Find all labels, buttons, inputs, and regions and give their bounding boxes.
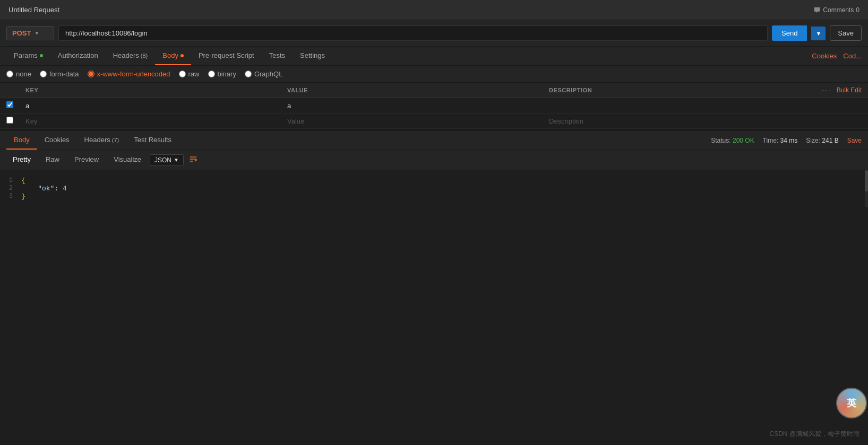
- url-input[interactable]: [58, 25, 768, 41]
- row-checkbox-cell[interactable]: [0, 101, 19, 110]
- table-row: a a: [0, 98, 868, 114]
- line-number-3: 3: [0, 193, 21, 200]
- row-checkbox[interactable]: [6, 101, 13, 108]
- user-avatar[interactable]: 英: [836, 388, 867, 418]
- empty-key[interactable]: Key: [19, 117, 281, 125]
- line-number-1: 1: [0, 177, 21, 185]
- json-format-selector[interactable]: JSON ▼: [150, 154, 184, 166]
- tab-body[interactable]: Body: [155, 47, 191, 65]
- response-status: Status: 200 OK Time: 34 ms Size: 241 B S…: [711, 137, 862, 144]
- table-header: KEY VALUE DESCRIPTION ··· Bulk Edit: [0, 83, 868, 98]
- svg-rect-0: [190, 156, 197, 158]
- request-tabs: Params Authorization Headers (8) Body Pr…: [0, 47, 868, 66]
- code-line-2: 2 "ok": 4: [0, 185, 868, 193]
- line-number-2: 2: [0, 185, 21, 193]
- method-chevron: ▼: [34, 30, 39, 36]
- empty-row: Key Value Description: [0, 114, 868, 129]
- body-dot: [181, 54, 184, 57]
- request-tabs-right: Cookies Cod...: [812, 52, 862, 60]
- send-button[interactable]: Send: [772, 25, 807, 41]
- svg-rect-2: [190, 161, 193, 162]
- time-label: Time: 34 ms: [763, 137, 798, 144]
- params-dot: [40, 54, 43, 57]
- resp-view-raw[interactable]: Raw: [39, 153, 66, 167]
- resp-view-preview[interactable]: Preview: [68, 153, 105, 167]
- code-link[interactable]: Cod...: [843, 52, 862, 60]
- resp-view-visualize[interactable]: Visualize: [107, 153, 148, 167]
- line-content-2: "ok": 4: [21, 185, 868, 193]
- radio-none[interactable]: none: [6, 70, 31, 78]
- code-line-1: 1 {: [0, 177, 868, 185]
- json-chevron: ▼: [174, 157, 179, 163]
- radio-binary[interactable]: binary: [208, 70, 236, 78]
- status-value: 200 OK: [733, 137, 754, 144]
- resp-tab-headers[interactable]: Headers (7): [77, 131, 127, 150]
- comments-count: 0: [856, 6, 860, 14]
- comments-button[interactable]: Comments 0: [813, 6, 860, 14]
- tab-params[interactable]: Params: [6, 47, 50, 65]
- wrap-icon: [189, 155, 197, 163]
- radio-graphql[interactable]: GraphQL: [245, 70, 282, 78]
- send-dropdown-button[interactable]: ▼: [811, 27, 826, 40]
- response-tabs-bar: Body Cookies Headers (7) Test Results St…: [0, 131, 868, 150]
- comments-label: Comments: [823, 6, 854, 14]
- code-line-3: 3 }: [0, 193, 868, 200]
- tab-headers[interactable]: Headers (8): [106, 47, 156, 65]
- watermark: CSDN @满城风絮，梅子黄时雨: [769, 430, 860, 439]
- request-tabs-left: Params Authorization Headers (8) Body Pr…: [6, 47, 332, 65]
- save-button[interactable]: Save: [830, 25, 862, 41]
- resp-tab-cookies[interactable]: Cookies: [37, 131, 77, 150]
- row-value[interactable]: a: [281, 102, 543, 110]
- value-header: VALUE: [281, 87, 543, 93]
- table-action-area: ··· Bulk Edit: [804, 86, 868, 94]
- method-label: POST: [12, 29, 31, 37]
- scrollbar-track: [865, 170, 868, 207]
- line-content-3: }: [21, 193, 868, 200]
- tab-tests[interactable]: Tests: [262, 47, 293, 65]
- radio-form-data[interactable]: form-data: [40, 70, 79, 78]
- tab-settings[interactable]: Settings: [293, 47, 332, 65]
- time-value: 34 ms: [780, 137, 798, 144]
- tab-authorization[interactable]: Authorization: [50, 47, 106, 65]
- radio-x-www-form-urlencoded[interactable]: x-www-form-urlencoded: [88, 70, 170, 78]
- size-label: Size: 241 B: [806, 137, 838, 144]
- resp-view-pretty[interactable]: Pretty: [6, 153, 37, 167]
- bulk-edit-button[interactable]: Bulk Edit: [837, 86, 862, 94]
- method-dropdown[interactable]: POST ▼: [6, 26, 54, 40]
- response-toolbar: Pretty Raw Preview Visualize JSON ▼: [0, 150, 868, 170]
- radio-raw[interactable]: raw: [179, 70, 200, 78]
- resp-tab-body[interactable]: Body: [6, 131, 37, 150]
- status-label: Status: 200 OK: [711, 137, 754, 144]
- avatar-text: 英: [847, 397, 856, 409]
- line-content-1: {: [21, 177, 868, 185]
- title-bar: Untitled Request Comments 0: [0, 0, 868, 20]
- key-header: KEY: [19, 87, 281, 93]
- wrap-icon-button[interactable]: [186, 154, 201, 167]
- empty-description[interactable]: Description: [543, 117, 804, 125]
- empty-value[interactable]: Value: [281, 117, 543, 125]
- response-tabs-left: Body Cookies Headers (7) Test Results: [6, 131, 179, 150]
- tab-prerequest[interactable]: Pre-request Script: [191, 47, 262, 65]
- title-bar-left: Untitled Request: [8, 6, 59, 14]
- size-value: 241 B: [822, 137, 838, 144]
- response-save-btn[interactable]: Save: [847, 137, 862, 144]
- title-bar-right: Comments 0: [813, 6, 860, 14]
- url-bar: POST ▼ Send ▼ Save: [0, 20, 868, 47]
- description-header: DESCRIPTION: [543, 87, 804, 93]
- body-type-bar: none form-data x-www-form-urlencoded raw…: [0, 66, 868, 83]
- empty-checkbox-cell[interactable]: [0, 117, 19, 125]
- code-output: 1 { 2 "ok": 4 3 }: [0, 170, 868, 207]
- more-options-button[interactable]: ···: [822, 86, 831, 94]
- row-key[interactable]: a: [19, 102, 281, 110]
- comments-icon: [813, 6, 821, 14]
- empty-checkbox[interactable]: [6, 117, 13, 124]
- request-title: Untitled Request: [8, 6, 59, 14]
- scrollbar-thumb[interactable]: [865, 170, 868, 191]
- cookies-link[interactable]: Cookies: [812, 52, 837, 60]
- resp-tab-testresults[interactable]: Test Results: [126, 131, 179, 150]
- svg-rect-1: [190, 159, 195, 160]
